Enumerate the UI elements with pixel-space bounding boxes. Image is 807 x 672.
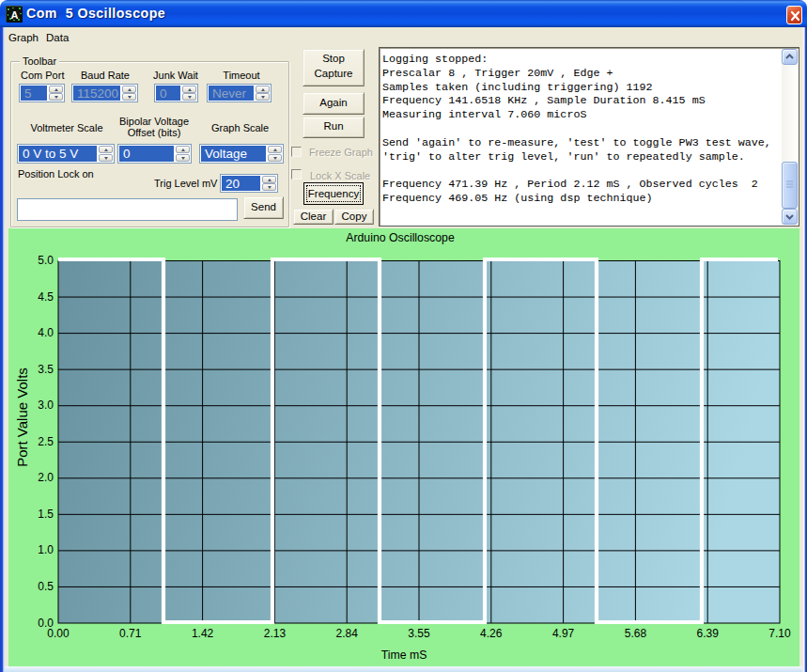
svg-text:5.68: 5.68 bbox=[625, 627, 647, 640]
svg-text:2.5: 2.5 bbox=[38, 435, 54, 448]
svg-text:Port Value Volts: Port Value Volts bbox=[14, 367, 30, 467]
svg-text:0.71: 0.71 bbox=[119, 627, 142, 640]
svg-text:0.5: 0.5 bbox=[38, 580, 54, 593]
svg-text:3.55: 3.55 bbox=[408, 627, 430, 640]
svg-text:3.0: 3.0 bbox=[38, 399, 54, 412]
svg-text:1.5: 1.5 bbox=[38, 508, 54, 521]
svg-text:2.84: 2.84 bbox=[336, 627, 359, 640]
svg-text:2.0: 2.0 bbox=[38, 471, 54, 484]
svg-text:5.0: 5.0 bbox=[38, 254, 54, 267]
svg-text:6.39: 6.39 bbox=[697, 627, 720, 640]
svg-text:Arduino Oscilloscope: Arduino Oscilloscope bbox=[346, 231, 455, 244]
svg-text:A: A bbox=[11, 9, 19, 21]
svg-text:2.13: 2.13 bbox=[264, 627, 287, 640]
svg-text:Time mS: Time mS bbox=[381, 649, 427, 662]
svg-text:1.42: 1.42 bbox=[192, 627, 214, 640]
svg-text:3.5: 3.5 bbox=[38, 363, 54, 376]
svg-text:4.97: 4.97 bbox=[552, 627, 575, 640]
svg-text:4.0: 4.0 bbox=[38, 326, 54, 339]
svg-text:7.10: 7.10 bbox=[768, 627, 791, 640]
svg-text:4.5: 4.5 bbox=[38, 290, 54, 304]
svg-text:4.26: 4.26 bbox=[480, 627, 503, 640]
svg-text:0.00: 0.00 bbox=[47, 627, 70, 640]
svg-text:1.0: 1.0 bbox=[38, 543, 54, 556]
